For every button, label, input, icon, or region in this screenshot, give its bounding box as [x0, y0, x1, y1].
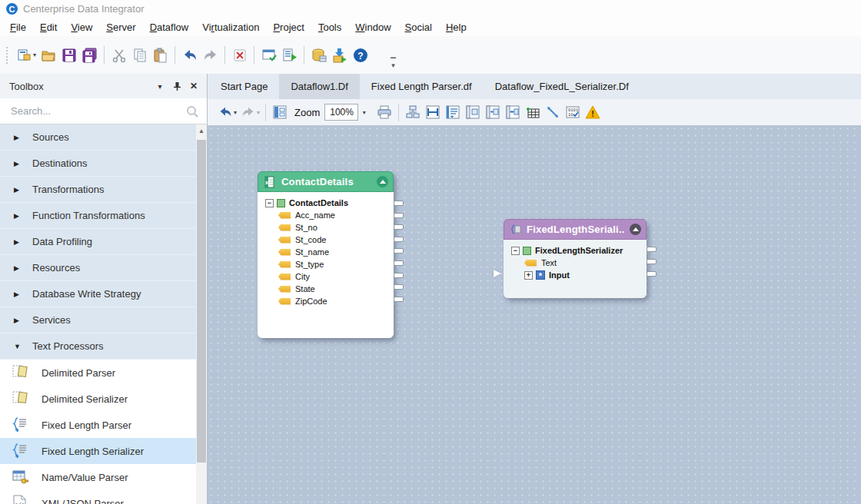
tree-node-label[interactable]: Text — [541, 258, 557, 267]
toolbox-category-services[interactable]: ▶Services — [0, 307, 197, 333]
toolbar-overflow-icon[interactable]: ▔▾ — [391, 60, 396, 68]
collapse-node-icon[interactable] — [377, 176, 388, 187]
copy-icon[interactable] — [129, 45, 150, 65]
toolbox-category-function-transformations[interactable]: ▶Function Transformations — [0, 203, 197, 229]
tree-node-label[interactable]: Input — [549, 270, 570, 280]
expand-tree-icon[interactable] — [443, 102, 463, 122]
zoom-value[interactable]: 100% — [324, 104, 358, 121]
tree-row[interactable]: St_type — [258, 258, 394, 270]
tab-dataflow-fixedl-serializer-df[interactable]: Dataflow_FixedL_Serializer.Df — [484, 74, 640, 99]
tab-start-page[interactable]: Start Page — [209, 74, 279, 99]
preview-data-icon[interactable]: 010110 — [563, 102, 583, 122]
node-contactdetails[interactable]: x ContactDetails −ContactDetailsAcc_name… — [258, 171, 394, 338]
tree-node-label[interactable]: Acc_name — [295, 211, 335, 220]
collapse-nodes-icon[interactable] — [463, 102, 483, 122]
menu-dataflow[interactable]: Dataflow — [143, 19, 196, 35]
dataflow-canvas[interactable]: x ContactDetails −ContactDetailsAcc_name… — [208, 125, 861, 504]
toolbox-category-sources[interactable]: ▶Sources — [0, 124, 197, 151]
new-dropdown-icon[interactable] — [14, 45, 35, 65]
menu-server[interactable]: Server — [99, 19, 142, 35]
tree-row[interactable]: St_name — [258, 246, 394, 258]
undo-icon[interactable] — [215, 102, 235, 122]
tab-dataflow1-df[interactable]: Dataflow1.Df — [279, 74, 359, 99]
output-port[interactable] — [394, 237, 404, 242]
tree-row[interactable]: City — [258, 270, 394, 283]
output-port[interactable] — [394, 248, 404, 254]
toolbox-item-name-value-parser[interactable]: Name/Value Parser — [0, 464, 197, 490]
align-horizontal-icon[interactable] — [423, 102, 443, 122]
menu-project[interactable]: Project — [266, 19, 311, 35]
pin-icon[interactable] — [170, 79, 184, 93]
toolbox-category-transformations[interactable]: ▶Transformations — [0, 177, 197, 203]
tree-node-label[interactable]: St_type — [295, 260, 324, 269]
output-port[interactable] — [394, 213, 404, 218]
menu-file[interactable]: File — [3, 19, 33, 35]
verify-window-icon[interactable] — [258, 45, 279, 65]
tree-expand-icon[interactable]: + — [524, 271, 533, 280]
tree-row[interactable]: Acc_name — [258, 209, 394, 221]
search-icon[interactable] — [185, 104, 199, 118]
redo-icon[interactable] — [238, 102, 258, 122]
cut-icon[interactable] — [108, 45, 129, 65]
print-icon[interactable] — [374, 102, 394, 122]
zoom-caret-icon[interactable]: ▾ — [358, 104, 370, 121]
toolbox-item-xml-json-parser[interactable]: </>XML/JSON Parser — [0, 490, 197, 504]
tree-row[interactable]: +*Input — [504, 269, 647, 281]
menu-social[interactable]: Social — [398, 19, 439, 35]
input-port[interactable] — [494, 270, 501, 277]
toolbox-item-delimited-parser[interactable]: Delimited Parser — [0, 360, 197, 386]
toolbox-category-resources[interactable]: ▶Resources — [0, 255, 197, 281]
output-port[interactable] — [647, 247, 657, 252]
output-port[interactable] — [394, 284, 404, 290]
open-folder-icon[interactable] — [38, 45, 58, 65]
expand-nodes-icon[interactable] — [483, 102, 503, 122]
output-port[interactable] — [647, 259, 657, 264]
close-icon[interactable]: ✕ — [187, 79, 201, 93]
tree-row[interactable]: Text — [504, 257, 647, 269]
menu-help[interactable]: Help — [439, 19, 474, 35]
tree-node-label[interactable]: St_code — [295, 235, 326, 244]
diagram-layout-icon[interactable] — [270, 102, 290, 122]
help-icon[interactable]: ? — [350, 45, 371, 65]
auto-layout-icon[interactable] — [403, 102, 423, 122]
menu-edit[interactable]: Edit — [33, 19, 64, 35]
tree-node-label[interactable]: State — [295, 284, 315, 293]
tree-node-label[interactable]: ContactDetails — [289, 198, 348, 207]
tree-row[interactable]: St_no — [258, 221, 394, 234]
toolbox-item-delimited-serializer[interactable]: Delimited Serializer — [0, 386, 197, 412]
verify-run-icon[interactable] — [279, 45, 300, 65]
tree-row[interactable]: St_code — [258, 234, 394, 246]
tab-fixed-length-parser-df[interactable]: Fixed Length Parser.df — [360, 74, 484, 99]
output-port[interactable] — [394, 273, 404, 278]
output-port[interactable] — [394, 297, 404, 302]
tree-row[interactable]: −ContactDetails — [258, 197, 394, 209]
toolbar-grip[interactable] — [6, 47, 9, 64]
undo-icon[interactable] — [179, 45, 200, 65]
collapse-node-icon[interactable] — [630, 224, 641, 235]
output-port[interactable] — [647, 271, 657, 277]
tree-row[interactable]: ZipCode — [258, 295, 394, 307]
tree-collapse-icon[interactable]: − — [511, 247, 520, 255]
tree-node-label[interactable]: ZipCode — [295, 297, 327, 306]
toolbox-category-destinations[interactable]: ▶Destinations — [0, 151, 197, 177]
warning-icon[interactable]: ! — [583, 102, 603, 122]
scroll-up-icon[interactable]: ▲ — [196, 124, 207, 137]
add-grid-icon[interactable] — [523, 102, 543, 122]
toolbox-item-fixed-length-serializer[interactable]: Fixed Length Serializer — [0, 438, 197, 464]
menu-window[interactable]: Window — [348, 19, 397, 35]
new-dropdown-caret-icon[interactable]: ▾ — [33, 51, 36, 58]
output-port[interactable] — [394, 260, 404, 266]
menu-tools[interactable]: Tools — [311, 19, 348, 35]
link-tool-icon[interactable] — [543, 102, 563, 122]
tree-node-label[interactable]: St_name — [295, 247, 329, 257]
toolbox-scrollbar[interactable]: ▲ — [196, 124, 207, 504]
output-port[interactable] — [394, 201, 404, 206]
toolbox-category-data-profiling[interactable]: ▶Data Profiling — [0, 229, 197, 255]
scrollbar-thumb[interactable] — [197, 140, 206, 463]
redo-dropdown-icon[interactable]: ▾ — [257, 109, 260, 116]
toolbox-category-database-write-strategy[interactable]: ▶Database Write Strategy — [0, 281, 197, 307]
save-all-icon[interactable] — [79, 45, 100, 65]
expand-all-nodes-icon[interactable] — [503, 102, 523, 122]
deploy-icon[interactable] — [329, 45, 350, 65]
tree-node-label[interactable]: St_no — [295, 223, 317, 232]
